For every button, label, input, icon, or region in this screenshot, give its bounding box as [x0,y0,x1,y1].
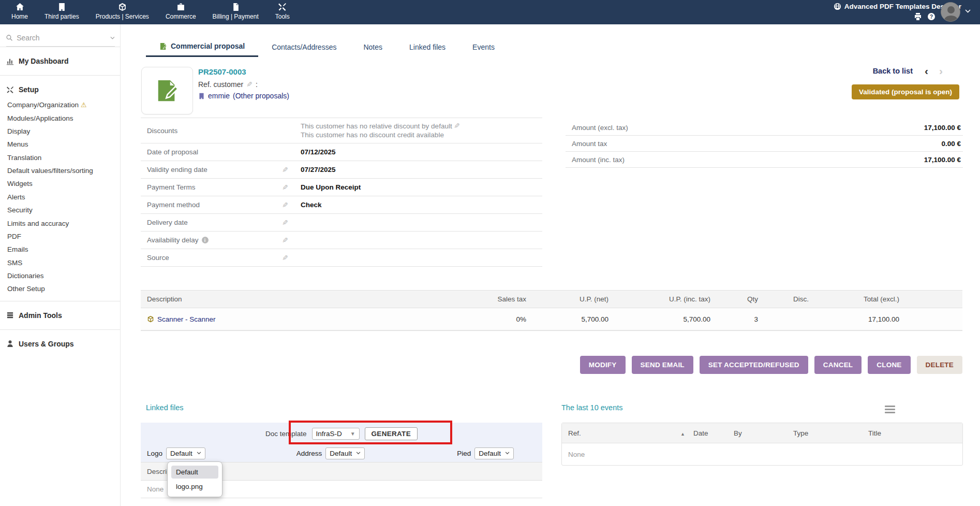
setup-tools-icon [6,86,14,94]
menu-billing-payment[interactable]: Billing | Payment [204,2,267,21]
tab-contacts-addresses[interactable]: Contacts/Addresses [258,38,350,57]
edit-pencil-icon[interactable]: ✎ [246,80,253,89]
sidebar-item-modules-applications[interactable]: Modules/Applications [0,111,120,124]
detail-row-discounts: Discounts This customer has no relative … [141,118,542,143]
cancel-button[interactable]: CANCEL [814,356,862,374]
sidebar-item-company-organization[interactable]: Company/Organization⚠ [0,98,120,111]
product-link[interactable]: Scanner - Scanner [141,315,441,323]
sidebar-item-my-dashboard[interactable]: My Dashboard [0,52,120,70]
sidebar-item-widgets[interactable]: Widgets [0,177,120,190]
address-select[interactable]: Default [325,447,365,459]
detail-row-date-of-proposal: Date of proposal 07/12/2025 [141,143,542,161]
sidebar-item-dictionaries[interactable]: Dictionaries [0,269,120,282]
tools-icon [278,3,287,11]
search-input[interactable] [17,34,110,42]
amounts-table: Amount (excl. tax) 17,100.00 € Amount ta… [566,120,963,168]
send-email-button[interactable]: SEND EMAIL [632,356,693,374]
server-icon [6,311,14,319]
line-items-table: Description Sales tax U.P. (net) U.P. (i… [141,290,962,331]
sidebar-item-translation[interactable]: Translation [0,151,120,164]
edit-pencil-icon[interactable]: ✎ [282,254,288,262]
billing-icon [231,3,240,11]
tab-commercial-proposal[interactable]: Commercial proposal [146,38,258,57]
chevron-down-icon: ▼ [350,431,355,437]
user-menu-chevron-down-icon[interactable] [965,6,971,15]
edit-pencil-icon[interactable]: ✎ [282,219,288,227]
detail-row-availability-delay: Availability delayi ✎ [141,232,542,249]
edit-pencil-icon[interactable]: ✎ [282,183,288,192]
edit-pencil-icon[interactable]: ✎ [282,201,288,209]
events-title[interactable]: The last 10 events [561,403,623,412]
products-icon [118,3,127,11]
divider [0,47,120,47]
sidebar-item-security[interactable]: Security [0,204,120,216]
home-icon [16,3,24,11]
svg-text:?: ? [930,14,933,20]
main-menu: Home Third parties Products | Services C… [3,2,298,21]
menu-home[interactable]: Home [3,2,36,21]
set-accepted-refused-button[interactable]: SET ACCEPTED/REFUSED [700,356,808,374]
amount-row-inc-tax: Amount (inc. tax) 17,100.00 € [566,152,963,168]
detail-row-source: Source ✎ [141,249,542,267]
logo-select[interactable]: Default [166,447,205,459]
proposal-doc-large-icon [155,79,179,103]
tab-events[interactable]: Events [459,38,508,57]
modify-button[interactable]: MODIFY [580,356,626,374]
pied-select[interactable]: Default [474,447,514,459]
sidebar-section-users-groups[interactable]: Users & Groups [0,335,120,353]
dropdown-option-default[interactable]: Default [171,466,218,479]
tab-bar: Commercial proposal Contacts/Addresses N… [146,38,508,57]
next-record-chevron-icon: › [939,65,943,77]
dropdown-option-logo-png[interactable]: logo.png [171,480,218,493]
sidebar-item-sms[interactable]: SMS [0,256,120,269]
edit-pencil-icon[interactable]: ✎ [454,122,460,131]
action-buttons: MODIFY SEND EMAIL SET ACCEPTED/REFUSED C… [580,356,962,374]
customer-link[interactable]: emmie (Other proposals) [198,92,289,100]
sidebar-section-setup[interactable]: Setup [0,81,120,98]
logo-dropdown-menu: Default logo.png [167,461,222,497]
divider [0,329,120,330]
delete-button[interactable]: DELETE [917,356,962,374]
sidebar-item-display[interactable]: Display [0,125,120,138]
divider [0,301,120,301]
sidebar-item-other-setup[interactable]: Other Setup [0,282,120,295]
divider [0,75,120,76]
tab-notes[interactable]: Notes [350,38,396,57]
proposal-details-table: Discounts This customer has no relative … [141,118,542,267]
generate-button[interactable]: GENERATE [365,427,418,440]
edit-pencil-icon[interactable]: ✎ [282,236,288,244]
prev-record-chevron-icon[interactable]: ‹ [925,65,928,77]
doc-generation-row: Doc template InfraS-D ▼ GENERATE [141,423,542,444]
menu-products-services[interactable]: Products | Services [87,2,157,21]
status-badge: Validated (proposal is open) [852,84,959,99]
user-avatar[interactable] [941,2,960,22]
top-navigation-bar: Home Third parties Products | Services C… [0,0,980,24]
back-to-list-link[interactable]: Back to list [873,67,913,75]
sidebar-item-menus[interactable]: Menus [0,138,120,151]
sidebar-item-limits-accuracy[interactable]: Limits and accuracy [0,216,120,229]
sidebar-search [6,34,115,47]
menu-tools[interactable]: Tools [267,2,298,21]
help-icon[interactable]: ? [927,12,936,21]
clone-button[interactable]: CLONE [868,356,910,374]
sidebar-section-admin-tools[interactable]: Admin Tools [0,307,120,324]
linked-files-title[interactable]: Linked files [146,403,184,412]
detail-row-payment-terms: Payment Terms ✎ Due Upon Receipt [141,179,542,196]
sidebar-item-emails[interactable]: Emails [0,243,120,256]
menu-third-parties[interactable]: Third parties [36,2,87,21]
edit-pencil-icon[interactable]: ✎ [282,166,288,174]
print-icon[interactable] [914,12,922,21]
sidebar-item-pdf[interactable]: PDF [0,230,120,243]
events-table-header: Ref. ▲Date By Type Title [562,423,962,443]
dashboard-chart-icon [6,57,14,65]
search-chevron-down-icon[interactable] [110,36,115,40]
doc-template-select[interactable]: InfraS-D ▼ [312,428,360,440]
menu-commerce[interactable]: Commerce [157,2,204,21]
events-table: Ref. ▲Date By Type Title None [561,423,963,466]
warning-icon: ⚠ [81,101,87,109]
sidebar-item-default-values[interactable]: Default values/filters/sorting [0,164,120,177]
main-content: Commercial proposal Contacts/Addresses N… [121,24,980,506]
sidebar-item-alerts[interactable]: Alerts [0,191,120,204]
tab-linked-files[interactable]: Linked files [396,38,459,57]
events-menu-hamburger-icon[interactable] [885,406,895,415]
